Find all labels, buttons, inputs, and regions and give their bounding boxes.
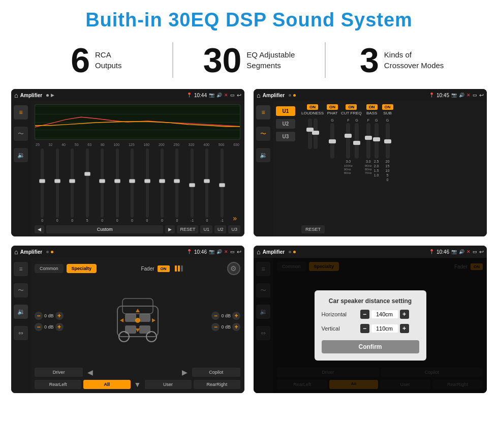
db-plus-tl[interactable]: + [55, 312, 64, 320]
all-btn[interactable]: All [83, 380, 130, 389]
bass-on[interactable]: ON [366, 104, 378, 110]
fader-on-toggle[interactable]: ON [158, 265, 170, 272]
eq-slider-7[interactable]: 0 [126, 148, 139, 222]
screen3-statusbar: ⌂ Amplifier 📍 10:46 📷 🔊 ✕ ▭ ↩ [11, 246, 244, 258]
eq-u3-btn[interactable]: U3 [228, 225, 240, 233]
vertical-minus-btn[interactable]: − [360, 324, 369, 333]
db-plus-tr[interactable]: + [232, 312, 240, 320]
screen3-eq-icon[interactable]: ≡ [14, 262, 28, 276]
horizontal-label: Horizontal [322, 311, 357, 317]
u2-btn[interactable]: U2 [276, 119, 295, 129]
speaker-icon[interactable]: 🔉 [14, 148, 28, 162]
down-arrow-icon[interactable]: ▼ [133, 380, 143, 389]
stat-crossover-number: 3 [360, 43, 379, 77]
screen2-wave-icon[interactable]: 〜 [256, 127, 270, 141]
svg-point-8 [135, 318, 140, 323]
phat-on[interactable]: ON [327, 104, 338, 110]
screen2-home-icon[interactable]: ⌂ [257, 92, 261, 99]
rearleft-btn[interactable]: RearLeft [35, 380, 81, 389]
eq-slider-1[interactable]: 0 [36, 148, 49, 222]
specialty-tab[interactable]: Specialty [67, 264, 97, 273]
screen1-app-title: Amplifier [20, 93, 42, 98]
eq-slider-13[interactable]: -1 [215, 148, 229, 222]
sub-on[interactable]: ON [382, 104, 393, 110]
settings-icon[interactable]: ⚙ [227, 262, 240, 275]
db-minus-bl[interactable]: − [35, 323, 43, 331]
confirm-button[interactable]: Confirm [322, 340, 419, 353]
eq-slider-11[interactable]: -1 [185, 148, 199, 222]
horizontal-plus-btn[interactable]: + [400, 310, 409, 319]
vertical-plus-btn[interactable]: + [400, 324, 409, 333]
db-plus-br[interactable]: + [232, 323, 240, 331]
eq-icon[interactable]: ≡ [14, 105, 28, 120]
phat-label: PHAT [327, 111, 338, 115]
svg-rect-6 [125, 325, 136, 334]
left-arrow-icon[interactable]: ◀ [85, 368, 95, 377]
eq-slider-8[interactable]: 0 [140, 148, 153, 222]
home-icon[interactable]: ⌂ [14, 92, 18, 99]
eq-u1-btn[interactable]: U1 [200, 225, 212, 233]
sub-label: SUB [383, 111, 391, 115]
eq-slider-5[interactable]: 0 [96, 148, 109, 222]
eq-slider-9[interactable]: 0 [155, 148, 169, 222]
db-minus-tr[interactable]: − [211, 312, 220, 320]
screen2-speaker-icon[interactable]: 🔉 [256, 148, 270, 162]
u1-btn[interactable]: U1 [276, 106, 295, 116]
screen2-back[interactable]: ↩ [479, 92, 484, 99]
eq-slider-12[interactable]: 0 [200, 148, 213, 222]
loudness-on[interactable]: ON [307, 104, 318, 110]
freq-25: 25 [36, 143, 40, 146]
right-arrow-icon[interactable]: ▶ [180, 368, 190, 377]
freq-80: 80 [101, 143, 105, 146]
copilot-btn[interactable]: Copilot [192, 368, 240, 377]
screen3-home-icon[interactable]: ⌂ [14, 248, 18, 256]
user-btn[interactable]: User [145, 380, 192, 389]
back-icon[interactable]: ↩ [237, 92, 241, 99]
eq-prev-btn[interactable]: ◀ [35, 225, 44, 233]
cutfreq-on[interactable]: ON [346, 104, 357, 110]
screen4-location: 📍 [429, 249, 434, 254]
screen3-dot2 [51, 251, 53, 253]
stat-rca: 6 RCAOutputs [30, 43, 162, 77]
freq-200: 200 [159, 143, 165, 146]
eq-slider-3[interactable]: 0 [66, 148, 79, 222]
screen2-eq-icon[interactable]: ≡ [256, 105, 270, 120]
screen3-back[interactable]: ↩ [237, 249, 241, 255]
screen4-home-icon[interactable]: ⌂ [257, 248, 261, 256]
db-plus-bl[interactable]: + [55, 323, 64, 331]
more-icon[interactable]: » [230, 214, 239, 222]
eq-u2-btn[interactable]: U2 [214, 225, 227, 233]
presets-reset-btn[interactable]: RESET [301, 225, 325, 233]
stat-rca-number: 6 [71, 43, 90, 77]
horizontal-stepper: − 140cm + [360, 310, 409, 319]
freq-50: 50 [75, 143, 79, 146]
screen3-speaker-icon[interactable]: 🔉 [14, 305, 28, 319]
bass-block: ON BASS F 3.0 90Hz80Hz70Hz [365, 104, 379, 177]
cutfreq-block: ON CUT FREQ F 3.0 100Hz90Hz80Hz [341, 104, 362, 174]
screen4-back[interactable]: ↩ [479, 249, 484, 255]
eq-slider-2[interactable]: 0 [50, 148, 64, 222]
freq-125: 125 [129, 143, 135, 146]
wave-icon[interactable]: 〜 [14, 127, 28, 141]
eq-next-btn[interactable]: ▶ [165, 225, 175, 233]
db-minus-tl[interactable]: − [35, 312, 43, 320]
horizontal-minus-btn[interactable]: − [360, 310, 369, 319]
common-tab[interactable]: Common [35, 264, 64, 273]
eq-slider-10[interactable]: 0 [170, 148, 183, 222]
db-minus-br[interactable]: − [211, 323, 220, 331]
screen3-wave-icon[interactable]: 〜 [14, 283, 28, 297]
eq-slider-6[interactable]: 0 [110, 148, 123, 222]
eq-slider-4[interactable]: 5 [80, 148, 94, 222]
svg-rect-7 [139, 325, 150, 334]
screen1-x-icon: ✕ [224, 93, 228, 98]
loudness-label: LOUDNESS [301, 111, 324, 115]
screen4-body: ≡ 〜 🔉 ⇔ Common Specialty Fader ON [254, 258, 487, 393]
screen3-arrows-icon[interactable]: ⇔ [14, 326, 28, 340]
eq-reset-btn[interactable]: RESET [177, 225, 198, 233]
volume-icon: 🔊 [216, 93, 222, 98]
u3-btn[interactable]: U3 [276, 132, 295, 141]
stat-divider-2 [325, 42, 326, 78]
driver-btn[interactable]: Driver [35, 368, 83, 377]
rearright-btn[interactable]: RearRight [194, 380, 240, 389]
screen2-sidebar: ≡ 〜 🔉 [254, 101, 273, 236]
